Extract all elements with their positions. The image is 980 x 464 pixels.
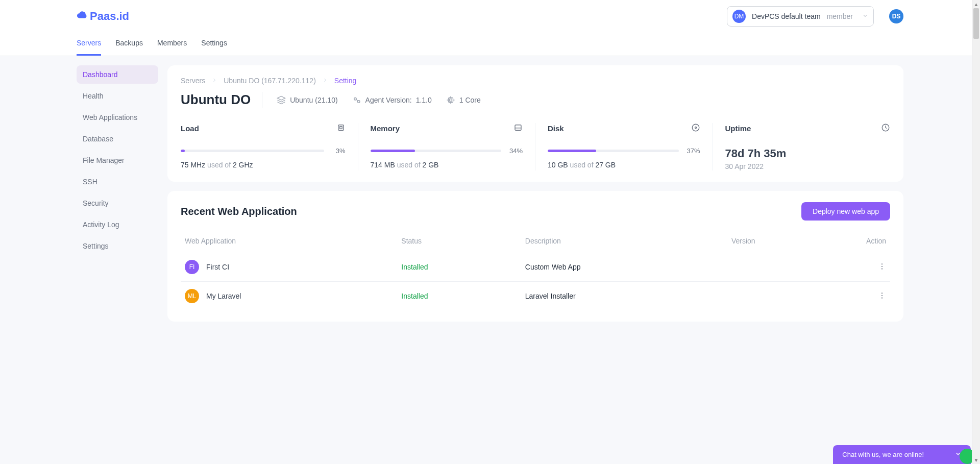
svg-point-14 [692, 124, 699, 131]
agent-label: Agent Version: [365, 96, 412, 104]
svg-point-21 [881, 295, 883, 296]
chevron-down-icon [862, 12, 868, 20]
stat-label: Uptime [725, 124, 751, 133]
tab-members[interactable]: Members [157, 34, 187, 56]
stat-total: 27 GB [595, 161, 616, 169]
svg-point-17 [881, 263, 883, 264]
svg-point-22 [881, 297, 883, 298]
table-row: FIFirst CIInstalledCustom Web App [181, 253, 890, 281]
chevron-right-icon [322, 77, 328, 85]
uptime-date: 30 Apr 2022 [725, 162, 891, 170]
breadcrumb: Servers Ubuntu DO (167.71.220.112) Setti… [181, 77, 890, 85]
tab-settings[interactable]: Settings [201, 34, 227, 56]
crumb-current: Setting [334, 77, 357, 85]
deploy-button[interactable]: Deploy new web app [801, 202, 890, 221]
sidebar-item-database[interactable]: Database [77, 130, 158, 148]
stat-percent: 34% [506, 147, 523, 155]
col-name: Web Application [185, 237, 401, 245]
team-selector[interactable]: DM DevPCS default team member [727, 6, 874, 27]
stat-memory: Memory 34% 714 MB used of 2 GB [358, 123, 536, 170]
logo[interactable]: Paas.id [77, 9, 129, 23]
svg-rect-4 [448, 97, 453, 102]
stat-mid: used of [395, 161, 423, 169]
stat-used: 10 GB [548, 161, 568, 169]
table-header: Web Application Status Description Versi… [181, 230, 890, 253]
progress-track [548, 150, 679, 152]
svg-marker-0 [278, 96, 285, 100]
cloud-icon [77, 9, 88, 23]
progress-track [181, 150, 324, 152]
server-cores: 1 Core [459, 96, 481, 104]
app-description: Laravel Installer [525, 292, 731, 300]
sidebar-item-activity-log[interactable]: Activity Log [77, 215, 158, 234]
row-actions-menu[interactable] [878, 262, 886, 271]
tab-backups[interactable]: Backups [115, 34, 143, 56]
server-overview-card: Servers Ubuntu DO (167.71.220.112) Setti… [167, 65, 903, 182]
team-name: DevPCS default team [752, 12, 821, 20]
recent-apps-card: Recent Web Application Deploy new web ap… [167, 191, 903, 322]
stat-mid: used of [568, 161, 596, 169]
app-name: My Laravel [206, 292, 241, 300]
team-avatar: DM [732, 10, 746, 23]
app-avatar: FI [185, 260, 199, 274]
table-row: MLMy LaravelInstalledLaravel Installer [181, 281, 890, 310]
svg-rect-11 [339, 127, 342, 129]
app-description: Custom Web App [525, 263, 731, 271]
col-status: Status [401, 237, 525, 245]
brand-text: Paas.id [90, 10, 129, 23]
crumb-servers[interactable]: Servers [181, 77, 205, 85]
server-name: Ubuntu DO [181, 92, 262, 108]
sidebar-item-health[interactable]: Health [77, 87, 158, 105]
stat-load: Load 3% 75 MHz used of 2 GHz [181, 123, 358, 170]
stat-percent: 37% [684, 147, 700, 155]
vertical-scrollbar[interactable]: ▲ ▼ [972, 0, 980, 351]
svg-rect-10 [338, 125, 344, 131]
stat-percent: 3% [329, 147, 346, 155]
cpu-icon [446, 95, 455, 105]
stat-total: 2 GHz [233, 161, 253, 169]
section-title: Recent Web Application [181, 206, 297, 217]
sidebar-item-web-applications[interactable]: Web Applications [77, 108, 158, 127]
sidebar: DashboardHealthWeb ApplicationsDatabaseF… [77, 65, 158, 331]
app-status: Installed [401, 292, 525, 300]
svg-line-3 [356, 100, 358, 101]
uptime-value: 78d 7h 35m [725, 147, 891, 160]
svg-rect-5 [450, 99, 452, 101]
layers-icon [277, 95, 286, 105]
agent-icon [352, 95, 361, 105]
stat-label: Memory [371, 124, 400, 133]
team-role: member [827, 12, 853, 20]
sidebar-item-dashboard[interactable]: Dashboard [77, 65, 158, 84]
chevron-right-icon [211, 77, 217, 85]
crumb-server[interactable]: Ubuntu DO (167.71.220.112) [224, 77, 316, 85]
sidebar-item-ssh[interactable]: SSH [77, 173, 158, 191]
scroll-thumb[interactable] [973, 8, 979, 39]
svg-point-1 [354, 97, 356, 100]
scroll-up-button[interactable]: ▲ [972, 0, 980, 8]
stat-used: 75 MHz [181, 161, 205, 169]
sidebar-item-security[interactable]: Security [77, 194, 158, 212]
col-version: Version [731, 237, 835, 245]
svg-rect-12 [515, 125, 521, 131]
disk-icon [691, 123, 700, 134]
progress-fill [181, 150, 185, 152]
app-avatar: ML [185, 289, 199, 303]
progress-fill [371, 150, 415, 152]
stat-label: Load [181, 124, 199, 133]
col-action: Action [835, 237, 886, 245]
stat-mid: used of [205, 161, 233, 169]
server-os: Ubuntu (21.10) [290, 96, 337, 104]
user-avatar[interactable]: DS [889, 9, 903, 23]
stat-used: 714 MB [371, 161, 395, 169]
stat-disk: Disk 37% 10 GB used of 27 GB [535, 123, 713, 170]
sidebar-item-settings[interactable]: Settings [77, 237, 158, 255]
tab-servers[interactable]: Servers [77, 34, 101, 56]
progress-fill [548, 150, 596, 152]
row-actions-menu[interactable] [878, 291, 886, 300]
app-status: Installed [401, 263, 525, 271]
sidebar-item-file-manager[interactable]: File Manager [77, 151, 158, 169]
chip-icon [336, 123, 346, 134]
stat-total: 2 GB [422, 161, 438, 169]
progress-track [371, 150, 502, 152]
svg-point-20 [881, 292, 883, 294]
